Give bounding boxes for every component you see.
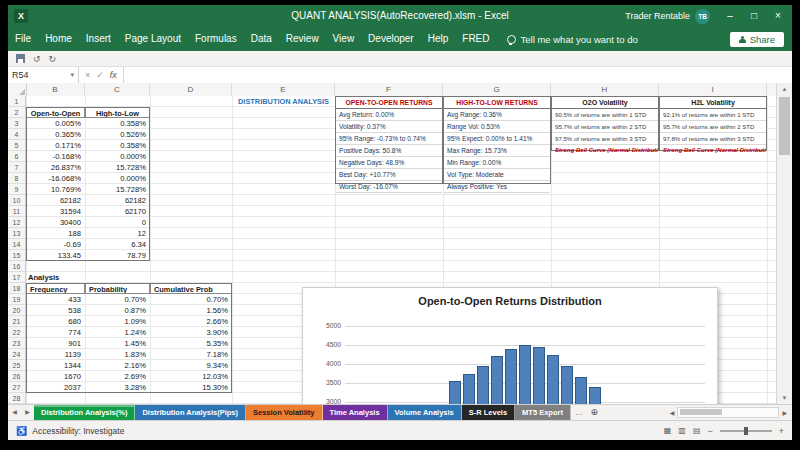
returns-cell[interactable]: -16.068% <box>26 173 85 184</box>
returns-cell[interactable]: 15.728% <box>85 162 150 173</box>
returns-cell[interactable]: 133.45 <box>26 250 85 261</box>
row-header-23[interactable]: 23 <box>8 338 25 349</box>
ribbon-tab-page-layout[interactable]: Page Layout <box>118 27 188 51</box>
analysis-cell[interactable]: 1.09% <box>85 316 150 327</box>
page-layout-view-icon[interactable]: ▥ <box>678 426 686 435</box>
formula-input[interactable] <box>124 67 792 83</box>
row-header-5[interactable]: 5 <box>8 140 25 151</box>
vertical-scroll-thumb[interactable] <box>779 97 790 155</box>
analysis-cell[interactable]: 538 <box>26 305 85 316</box>
row-header-21[interactable]: 21 <box>8 316 25 327</box>
analysis-cell[interactable]: 15.30% <box>150 382 232 393</box>
select-all-corner[interactable] <box>8 83 27 96</box>
row-header-27[interactable]: 27 <box>8 382 25 393</box>
analysis-header-cumulative-prob[interactable]: Cumulative Prob <box>150 283 232 294</box>
row-header-7[interactable]: 7 <box>8 162 25 173</box>
analysis-cell[interactable]: 680 <box>26 316 85 327</box>
fx-icon[interactable]: fx <box>110 70 117 80</box>
scroll-up-icon[interactable]: ▲ <box>777 83 792 95</box>
row-header-26[interactable]: 26 <box>8 371 25 382</box>
analysis-header-probability[interactable]: Probability <box>85 283 150 294</box>
row-header-12[interactable]: 12 <box>8 217 25 228</box>
avatar[interactable]: TB <box>695 9 710 24</box>
hscroll-right-icon[interactable]: ▶ <box>779 409 790 416</box>
analysis-cell[interactable]: 1.24% <box>85 327 150 338</box>
analysis-cell[interactable]: 3.90% <box>150 327 232 338</box>
add-sheet-button[interactable]: ⊕ <box>586 405 602 420</box>
analysis-cell[interactable]: 1139 <box>26 349 85 360</box>
sheet-tab-time-analysis[interactable]: Time Analysis <box>323 405 388 420</box>
analysis-cell[interactable]: 1344 <box>26 360 85 371</box>
row-header-18[interactable]: 18 <box>8 283 25 294</box>
row-header-3[interactable]: 3 <box>8 118 25 129</box>
sheet-nav-right-icon[interactable]: ▶ <box>21 405 34 420</box>
row-header-1[interactable]: 1 <box>8 96 25 107</box>
chart[interactable]: Open-to-Open Returns Distribution 500045… <box>302 287 718 404</box>
ribbon-tab-developer[interactable]: Developer <box>361 27 421 51</box>
ribbon-tab-fred[interactable]: FRED <box>455 27 496 51</box>
returns-cell[interactable]: 6.34 <box>85 239 150 250</box>
row-header-13[interactable]: 13 <box>8 228 25 239</box>
returns-cell[interactable]: 15.728% <box>85 184 150 195</box>
restore-button[interactable]: □ <box>742 5 766 27</box>
analysis-cell[interactable]: 1.83% <box>85 349 150 360</box>
sheet-tab-distribution-analysis-pips[interactable]: Distribution Analysis(Pips) <box>135 405 246 420</box>
sheet-tab-session-volatility[interactable]: Session Volatility <box>246 405 323 420</box>
row-header-24[interactable]: 24 <box>8 349 25 360</box>
row-header-16[interactable]: 16 <box>8 261 25 272</box>
distribution-analysis-label[interactable]: DISTRIBUTION ANALYSIS <box>232 96 335 107</box>
analysis-cell[interactable]: 774 <box>26 327 85 338</box>
row-header-19[interactable]: 19 <box>8 294 25 305</box>
row-header-15[interactable]: 15 <box>8 250 25 261</box>
analysis-cell[interactable]: 0.70% <box>150 294 232 305</box>
analysis-cell[interactable]: 433 <box>26 294 85 305</box>
ribbon-tab-help[interactable]: Help <box>421 27 456 51</box>
sheet-tab-mt5-export[interactable]: MT5 Export <box>515 405 571 420</box>
returns-cell[interactable]: 30400 <box>26 217 85 228</box>
column-header-e[interactable]: E <box>232 83 335 96</box>
excel-app-icon[interactable]: X <box>14 9 28 23</box>
returns-cell[interactable]: 78.79 <box>85 250 150 261</box>
returns-cell[interactable]: 31594 <box>26 206 85 217</box>
horizontal-scrollbar[interactable]: ◀ ▶ <box>667 405 792 420</box>
sheet-nav-left-icon[interactable]: ◀ <box>8 405 21 420</box>
row-header-2[interactable]: 2 <box>8 107 25 118</box>
normal-view-icon[interactable]: ▦ <box>664 426 672 435</box>
column-header-i[interactable]: I <box>659 83 767 96</box>
enter-icon[interactable]: ✓ <box>96 70 104 80</box>
row-header-22[interactable]: 22 <box>8 327 25 338</box>
accessibility-status[interactable]: Accessibility: Investigate <box>32 426 124 436</box>
scroll-down-icon[interactable]: ▼ <box>777 392 792 404</box>
analysis-cell[interactable]: 0.70% <box>85 294 150 305</box>
analysis-cell[interactable]: 0.87% <box>85 305 150 316</box>
cancel-icon[interactable]: × <box>85 70 90 80</box>
redo-icon[interactable]: ↻ <box>49 52 57 66</box>
ribbon-tab-view[interactable]: View <box>326 27 362 51</box>
ribbon-tab-home[interactable]: Home <box>38 27 79 51</box>
analysis-cell[interactable]: 901 <box>26 338 85 349</box>
returns-cell[interactable]: 0.000% <box>85 173 150 184</box>
returns-cell[interactable]: 0.171% <box>26 140 85 151</box>
returns-cell[interactable]: -0.168% <box>26 151 85 162</box>
row-header-17[interactable]: 17 <box>8 272 25 283</box>
returns-cell[interactable]: 188 <box>26 228 85 239</box>
ribbon-tab-formulas[interactable]: Formulas <box>188 27 244 51</box>
returns-cell[interactable]: 26.837% <box>26 162 85 173</box>
sheet-tab-distribution-analysis-pct[interactable]: Distribution Analysis(%) <box>34 405 135 420</box>
row-header-4[interactable]: 4 <box>8 129 25 140</box>
sheet-tab-volume-analysis[interactable]: Volume Analysis <box>388 405 462 420</box>
analysis-cell[interactable]: 2.69% <box>85 371 150 382</box>
close-button[interactable]: × <box>766 5 790 27</box>
tell-me-box[interactable]: Tell me what you want to do <box>507 34 638 45</box>
column-header-g[interactable]: G <box>443 83 551 96</box>
tab-overflow-ellipsis[interactable]: … <box>571 405 587 420</box>
hscroll-left-icon[interactable]: ◀ <box>667 409 678 416</box>
vertical-scrollbar[interactable]: ▲ ▼ <box>776 83 792 404</box>
ribbon-tab-review[interactable]: Review <box>279 27 326 51</box>
returns-cell[interactable]: 0.365% <box>26 129 85 140</box>
ribbon-tab-file[interactable]: File <box>8 27 38 51</box>
analysis-cell[interactable]: 1.45% <box>85 338 150 349</box>
column-header-d[interactable]: D <box>150 83 232 96</box>
returns-cell[interactable]: 0.000% <box>85 151 150 162</box>
user-name[interactable]: Trader Rentable <box>625 11 690 21</box>
